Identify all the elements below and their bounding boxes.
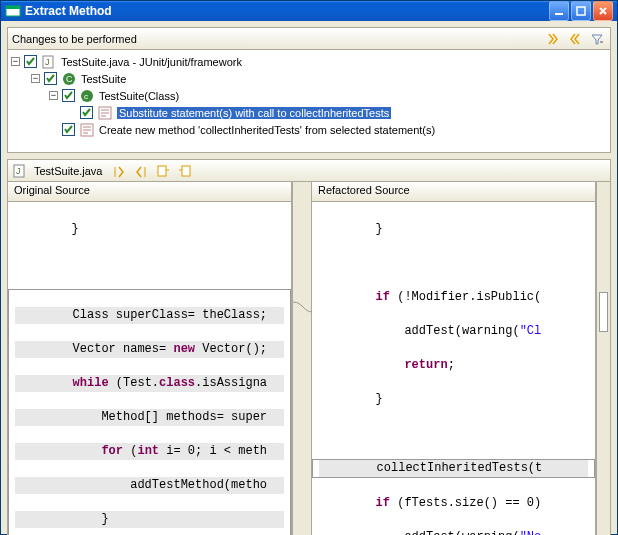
tree-subst[interactable]: Substitute statement(s) with call to col… bbox=[11, 104, 607, 121]
changes-header: Changes to be performed bbox=[8, 28, 610, 50]
extract-method-dialog: Extract Method Changes to be performed − bbox=[0, 0, 618, 535]
tree-ctor[interactable]: − c TestSuite(Class) bbox=[11, 87, 607, 104]
file-header: J TestSuite.java bbox=[8, 160, 610, 182]
compare-toolbar bbox=[110, 162, 194, 180]
collapse-icon[interactable]: − bbox=[11, 57, 20, 66]
window-icon bbox=[5, 3, 21, 19]
next-diff-icon[interactable] bbox=[110, 162, 128, 180]
tree-root[interactable]: − J TestSuite.java - JUnit/junit/framewo… bbox=[11, 53, 607, 70]
original-pane: Original Source } Class superClass= theC… bbox=[8, 182, 292, 535]
close-button[interactable] bbox=[593, 1, 613, 21]
tree-class[interactable]: − C TestSuite bbox=[11, 70, 607, 87]
checkbox[interactable] bbox=[62, 123, 75, 136]
collapse-icon[interactable]: − bbox=[31, 74, 40, 83]
refactored-code[interactable]: } if (!Modifier.isPublic( addTest(warnin… bbox=[312, 202, 595, 535]
cu-icon: J bbox=[41, 54, 57, 70]
tree-root-label: TestSuite.java - JUnit/junit/framework bbox=[61, 56, 242, 68]
class-icon: C bbox=[61, 71, 77, 87]
copy-left-icon[interactable] bbox=[154, 162, 172, 180]
minimize-button[interactable] bbox=[549, 1, 569, 21]
text-change-icon bbox=[97, 105, 113, 121]
tree-newmethod[interactable]: Create new method 'collectInheritedTests… bbox=[11, 121, 607, 138]
next-change-icon[interactable] bbox=[544, 30, 562, 48]
overview-mark[interactable] bbox=[599, 292, 608, 332]
filter-icon[interactable] bbox=[588, 30, 606, 48]
svg-rect-2 bbox=[555, 13, 563, 15]
original-code[interactable]: } Class superClass= theClass; Vector nam… bbox=[8, 202, 291, 535]
svg-rect-14 bbox=[158, 166, 166, 176]
changes-header-label: Changes to be performed bbox=[12, 33, 137, 45]
refactored-pane: Refactored Source } if (!Modifier.isPubl… bbox=[312, 182, 596, 535]
diff-area: Original Source } Class superClass= theC… bbox=[8, 182, 610, 535]
svg-rect-1 bbox=[6, 6, 20, 9]
maximize-button[interactable] bbox=[571, 1, 591, 21]
checkbox[interactable] bbox=[80, 106, 93, 119]
prev-change-icon[interactable] bbox=[566, 30, 584, 48]
collapse-icon[interactable]: − bbox=[49, 91, 58, 100]
titlebar: Extract Method bbox=[1, 1, 617, 21]
changes-panel: Changes to be performed − J TestSuite.ja… bbox=[7, 27, 611, 153]
prev-diff-icon[interactable] bbox=[132, 162, 150, 180]
diff-connector bbox=[292, 182, 312, 535]
checkbox[interactable] bbox=[62, 89, 75, 102]
text-change-icon bbox=[79, 122, 95, 138]
changes-tree[interactable]: − J TestSuite.java - JUnit/junit/framewo… bbox=[8, 50, 610, 152]
changes-toolbar bbox=[544, 30, 606, 48]
checkbox[interactable] bbox=[44, 72, 57, 85]
tree-subst-label: Substitute statement(s) with call to col… bbox=[117, 107, 391, 119]
refactored-label: Refactored Source bbox=[312, 182, 595, 202]
overview-ruler[interactable] bbox=[596, 182, 610, 535]
tree-ctor-label: TestSuite(Class) bbox=[99, 90, 179, 102]
dialog-content: Changes to be performed − J TestSuite.ja… bbox=[1, 21, 617, 535]
checkbox[interactable] bbox=[24, 55, 37, 68]
svg-rect-3 bbox=[577, 7, 585, 15]
tree-class-label: TestSuite bbox=[81, 73, 126, 85]
file-name: TestSuite.java bbox=[34, 165, 102, 177]
svg-text:J: J bbox=[16, 166, 21, 176]
tree-newm-label: Create new method 'collectInheritedTests… bbox=[99, 124, 435, 136]
compare-panel: J TestSuite.java Original Source } Class… bbox=[7, 159, 611, 535]
window-title: Extract Method bbox=[25, 4, 549, 18]
svg-text:C: C bbox=[66, 74, 73, 84]
copy-right-icon[interactable] bbox=[176, 162, 194, 180]
svg-text:J: J bbox=[45, 57, 50, 67]
svg-text:c: c bbox=[84, 92, 88, 101]
method-icon: c bbox=[79, 88, 95, 104]
svg-rect-15 bbox=[182, 166, 190, 176]
original-label: Original Source bbox=[8, 182, 291, 202]
window-controls bbox=[549, 1, 613, 21]
cu-icon: J bbox=[12, 163, 28, 179]
